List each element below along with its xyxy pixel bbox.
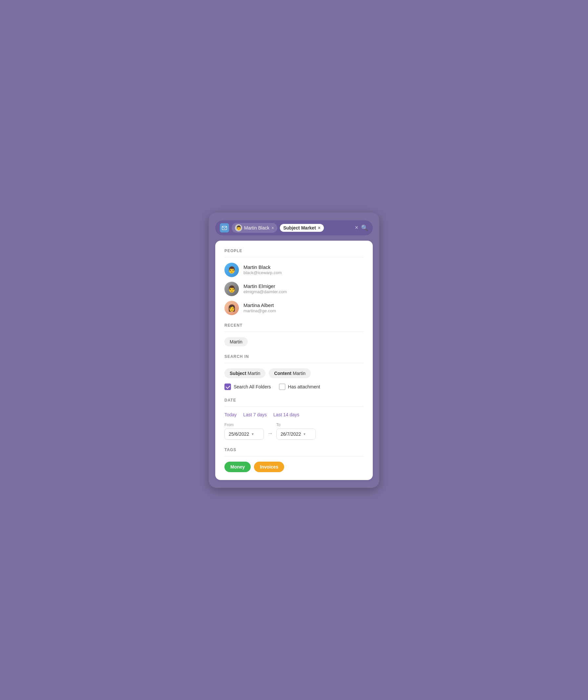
tags-section-title: TAGS [224, 448, 364, 452]
search-all-folders-label: Search All Folders [234, 384, 271, 390]
date-from-group: From 25/6/2022 ▾ [224, 423, 264, 440]
date-to-arrow-icon: ▾ [304, 432, 305, 436]
tags-section: TAGS Money Invoices [224, 448, 364, 472]
chip-bold-subject: Subject Market [283, 225, 316, 230]
has-attachment-box [279, 384, 285, 390]
has-attachment-checkbox[interactable]: Has attachment [279, 384, 320, 390]
people-section-title: PEOPLE [224, 248, 364, 253]
content-martin-chip[interactable]: Content Martin [269, 369, 311, 378]
avatar-martina-albert: 👩 [224, 301, 239, 315]
clear-button[interactable]: × [355, 224, 358, 231]
app-container: 👨 Martin Black × Subject Market × × 🔍 PE… [209, 212, 379, 488]
search-in-chips: Subject Martin Content Martin [224, 369, 364, 378]
search-icon[interactable]: 🔍 [361, 224, 368, 231]
person-info-martin-elmiger: Martin Elmiger elmigma@daimler.com [243, 283, 364, 294]
subject-martin-chip[interactable]: Subject Martin [224, 369, 265, 378]
search-chip-martin-black[interactable]: 👨 Martin Black × [232, 223, 277, 233]
search-all-folders-checkbox[interactable]: Search All Folders [224, 384, 271, 390]
tag-chip-money[interactable]: Money [224, 462, 251, 472]
svg-rect-0 [222, 226, 227, 229]
date-range: From 25/6/2022 ▾ → To 26/7/2022 ▾ [224, 423, 364, 440]
chip-label-martin-black: Martin Black [244, 225, 269, 230]
avatar-martin-elmiger: 👨 [224, 282, 239, 296]
search-in-section-title: SEARCH IN [224, 354, 364, 359]
date-from-value: 25/6/2022 [229, 432, 249, 437]
date-to-value: 26/7/2022 [281, 432, 301, 437]
search-in-section: SEARCH IN Subject Martin Content Martin … [224, 354, 364, 390]
person-info-martina-albert: Martina Albert martina@ge.com [243, 302, 364, 313]
person-name-martin-elmiger: Martin Elmiger [243, 283, 364, 289]
person-name-martin-black: Martin Black [243, 264, 364, 270]
checkboxes: Search All Folders Has attachment [224, 384, 364, 390]
date-to-select[interactable]: 26/7/2022 ▾ [276, 429, 316, 440]
chip-avatar-martin-black: 👨 [235, 224, 242, 231]
person-name-martina-albert: Martina Albert [243, 302, 364, 308]
person-email-martina-albert: martina@ge.com [243, 308, 364, 313]
date-range-arrow-icon: → [267, 430, 273, 437]
date-to-label: To [276, 423, 316, 427]
recent-section-title: RECENT [224, 323, 364, 328]
person-item-martin-black[interactable]: 👨 Martin Black black@icewarp.com [224, 263, 364, 277]
recent-section: RECENT Martin [224, 323, 364, 346]
recent-chip-martin[interactable]: Martin [224, 337, 248, 346]
date-section: DATE Today Last 7 days Last 14 days From… [224, 398, 364, 440]
people-section: PEOPLE 👨 Martin Black black@icewarp.com … [224, 248, 364, 315]
has-attachment-label: Has attachment [288, 384, 320, 390]
person-item-martina-albert[interactable]: 👩 Martina Albert martina@ge.com [224, 301, 364, 315]
date-to-group: To 26/7/2022 ▾ [276, 423, 316, 440]
email-icon [220, 223, 229, 232]
date-from-arrow-icon: ▾ [252, 432, 254, 436]
person-info-martin-black: Martin Black black@icewarp.com [243, 264, 364, 275]
date-link-7days[interactable]: Last 7 days [243, 412, 267, 417]
tag-chip-invoices[interactable]: Invoices [254, 462, 284, 472]
search-chip-subject-market[interactable]: Subject Market × [280, 224, 324, 232]
main-card: PEOPLE 👨 Martin Black black@icewarp.com … [215, 241, 373, 480]
avatar-martin-black: 👨 [224, 263, 239, 277]
date-link-today[interactable]: Today [224, 412, 237, 417]
search-bar: 👨 Martin Black × Subject Market × × 🔍 [215, 220, 373, 235]
search-all-folders-box [224, 384, 231, 390]
person-email-martin-black: black@icewarp.com [243, 270, 364, 275]
person-email-martin-elmiger: elmigma@daimler.com [243, 289, 364, 294]
date-quick-links: Today Last 7 days Last 14 days [224, 412, 364, 417]
chip-close-martin-black[interactable]: × [271, 225, 274, 230]
person-item-martin-elmiger[interactable]: 👨 Martin Elmiger elmigma@daimler.com [224, 282, 364, 296]
tags-list: Money Invoices [224, 462, 364, 472]
date-from-select[interactable]: 25/6/2022 ▾ [224, 429, 264, 440]
chip-close-subject-market[interactable]: × [318, 225, 321, 230]
date-section-title: DATE [224, 398, 364, 403]
date-link-14days[interactable]: Last 14 days [273, 412, 299, 417]
date-from-label: From [224, 423, 264, 427]
people-list: 👨 Martin Black black@icewarp.com 👨 Marti… [224, 263, 364, 315]
